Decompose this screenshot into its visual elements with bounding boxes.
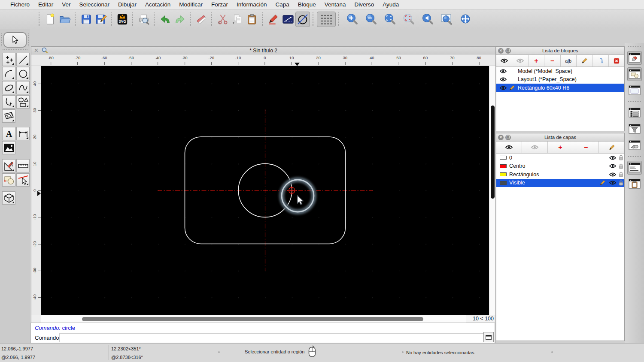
menu-item[interactable]: Seleccionar bbox=[75, 1, 114, 8]
command-window-toggle-button[interactable] bbox=[483, 332, 494, 342]
menu-item[interactable]: Información bbox=[232, 1, 271, 8]
undo-button[interactable] bbox=[158, 11, 173, 27]
edit-block-button[interactable] bbox=[577, 55, 592, 66]
float-panel-icon[interactable]: ❐ bbox=[505, 48, 511, 54]
block-visibility-eye-icon[interactable] bbox=[500, 77, 507, 81]
vertical-scrollbar[interactable] bbox=[489, 66, 495, 315]
layer-list-row[interactable]: Centro bbox=[496, 162, 624, 171]
layer-visibility-eye-icon[interactable] bbox=[609, 181, 616, 185]
menu-item[interactable]: Fichero bbox=[6, 1, 34, 8]
menu-item[interactable]: Acotación bbox=[141, 1, 175, 8]
block-list-row[interactable]: Model (*Model_Space) bbox=[496, 67, 624, 75]
select-entities-tool[interactable] bbox=[16, 173, 30, 187]
pen-window-button[interactable] bbox=[627, 51, 642, 65]
menu-item[interactable]: Dibujar bbox=[114, 1, 141, 8]
measure-tool[interactable] bbox=[16, 159, 30, 172]
dimension-tool[interactable] bbox=[16, 127, 30, 140]
misc-tools[interactable] bbox=[2, 159, 15, 172]
polyline-tool[interactable] bbox=[2, 95, 15, 109]
layer-list-row[interactable]: Visible bbox=[496, 179, 624, 187]
horizontal-scrollbar[interactable] bbox=[41, 315, 466, 323]
layer-list-row[interactable]: Rectángulos bbox=[496, 170, 624, 179]
grid-toggle-button[interactable] bbox=[317, 12, 336, 27]
menu-item[interactable]: Diverso bbox=[350, 1, 378, 8]
points-tool[interactable] bbox=[2, 53, 15, 66]
circle-tool[interactable] bbox=[16, 67, 30, 80]
zoom-out-button[interactable] bbox=[364, 11, 378, 27]
menu-item[interactable]: Ver bbox=[58, 1, 75, 8]
block-list-row[interactable]: Rectángulo 60x40 R6 bbox=[496, 84, 624, 92]
print-preview-button[interactable] bbox=[137, 11, 151, 27]
insert-block-button[interactable] bbox=[592, 55, 608, 66]
add-layer-button[interactable]: + bbox=[548, 142, 574, 153]
delete-button[interactable] bbox=[194, 11, 209, 27]
layer-lock-icon[interactable] bbox=[619, 180, 623, 186]
library-window-button[interactable] bbox=[627, 84, 642, 97]
layer-lock-icon[interactable] bbox=[619, 172, 623, 177]
close-panel-icon[interactable]: ✕ bbox=[498, 48, 504, 54]
polygon-tool[interactable] bbox=[16, 95, 30, 109]
edit-entity-button[interactable] bbox=[266, 11, 281, 27]
zoom-previous-button[interactable] bbox=[401, 11, 416, 27]
menu-item[interactable]: Ventana bbox=[320, 1, 350, 8]
copy-button[interactable] bbox=[230, 11, 245, 27]
open-file-button[interactable] bbox=[58, 11, 72, 27]
command-input[interactable] bbox=[59, 333, 486, 342]
menu-item[interactable]: Modificar bbox=[175, 1, 207, 8]
block-visibility-eye-icon[interactable] bbox=[500, 69, 507, 73]
remove-layer-button[interactable]: − bbox=[573, 142, 599, 153]
menu-item[interactable]: Ayuda bbox=[378, 1, 403, 8]
clipboard-window-button[interactable] bbox=[627, 177, 642, 191]
image-tool[interactable] bbox=[2, 141, 15, 154]
float-panel-icon[interactable]: ❐ bbox=[505, 135, 511, 140]
toolbar-handle[interactable] bbox=[39, 12, 40, 26]
layer-visibility-eye-icon[interactable] bbox=[609, 156, 616, 160]
block-visibility-eye-icon[interactable] bbox=[500, 86, 507, 90]
zoom-pan-button[interactable] bbox=[458, 11, 473, 27]
zoom-back-button[interactable] bbox=[420, 11, 435, 27]
menu-item[interactable]: Editar bbox=[34, 1, 58, 8]
layer-list-row[interactable]: 0 bbox=[496, 154, 624, 162]
show-all-blocks-button[interactable] bbox=[496, 55, 512, 66]
hide-all-blocks-button[interactable] bbox=[512, 55, 528, 66]
list-window-button[interactable] bbox=[627, 106, 642, 120]
arc-tool[interactable] bbox=[2, 67, 15, 80]
zoom-in-button[interactable] bbox=[345, 11, 359, 27]
block-tools[interactable] bbox=[2, 173, 15, 187]
horizontal-scrollbar-thumb[interactable] bbox=[82, 317, 423, 321]
blocks-window-button[interactable] bbox=[627, 67, 642, 81]
selection-arrow-button[interactable] bbox=[3, 32, 27, 48]
drawing-canvas[interactable] bbox=[41, 66, 489, 315]
svg-export-button[interactable]: SVG bbox=[115, 11, 130, 27]
delete-block-entities-button[interactable] bbox=[609, 55, 624, 66]
add-block-button[interactable]: + bbox=[529, 55, 544, 66]
hide-all-layers-button[interactable] bbox=[522, 142, 548, 153]
line-tool[interactable] bbox=[16, 53, 30, 66]
solids-tool[interactable] bbox=[2, 191, 15, 205]
new-document-button[interactable] bbox=[43, 11, 58, 27]
zoom-window-button[interactable] bbox=[439, 11, 454, 27]
save-button[interactable] bbox=[79, 11, 94, 27]
show-all-layers-button[interactable] bbox=[496, 142, 522, 153]
remove-block-button[interactable]: − bbox=[544, 55, 560, 66]
command-window-button[interactable] bbox=[627, 161, 642, 175]
block-list-row[interactable]: Layout1 (*Paper_Space) bbox=[496, 75, 624, 84]
layer-lock-icon[interactable] bbox=[619, 163, 623, 169]
layer-visibility-eye-icon[interactable] bbox=[609, 164, 616, 168]
menu-item[interactable]: Bloque bbox=[294, 1, 320, 8]
menu-item[interactable]: Forzar bbox=[207, 1, 232, 8]
menu-item[interactable]: Capa bbox=[271, 1, 294, 8]
hatch-tool[interactable] bbox=[2, 109, 15, 123]
paste-button[interactable] bbox=[245, 11, 259, 27]
text-tool[interactable]: A bbox=[2, 127, 15, 140]
edit-layer-button[interactable] bbox=[599, 142, 624, 153]
spline-tool[interactable] bbox=[16, 81, 30, 94]
ellipse-tool[interactable] bbox=[2, 81, 15, 94]
save-as-button[interactable] bbox=[94, 11, 108, 27]
cut-button[interactable] bbox=[216, 11, 230, 27]
line-tool-button[interactable] bbox=[281, 11, 295, 27]
circle-tool-button[interactable] bbox=[295, 12, 310, 27]
layer-visibility-eye-icon[interactable] bbox=[609, 172, 616, 177]
filter-window-button[interactable] bbox=[627, 122, 642, 136]
rename-block-button[interactable]: a|b bbox=[561, 55, 577, 66]
